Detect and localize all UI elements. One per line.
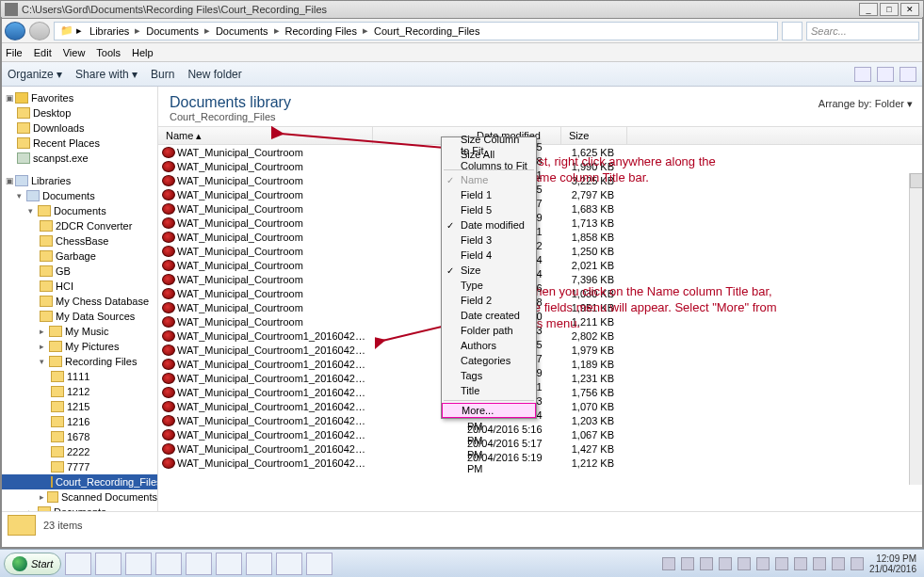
tree-item[interactable]: 7777: [0, 459, 157, 474]
tree-item[interactable]: Desktop: [0, 105, 157, 120]
tree-item[interactable]: ▾Documents: [0, 188, 157, 203]
menu-file[interactable]: File: [6, 47, 23, 58]
context-menu-item[interactable]: Date modified: [442, 217, 536, 232]
tray-icon[interactable]: [813, 557, 826, 570]
burn-button[interactable]: Burn: [151, 68, 174, 81]
column-size[interactable]: Size: [561, 127, 627, 144]
tree-item[interactable]: 1111: [0, 369, 157, 384]
tree-item[interactable]: ▸Scanned Documents: [0, 489, 157, 505]
tree-item[interactable]: 2222: [0, 444, 157, 459]
context-menu-item[interactable]: Folder path: [442, 323, 536, 338]
context-menu-item[interactable]: Field 2: [442, 293, 536, 308]
tree-item[interactable]: 1216: [0, 414, 157, 429]
tree-item[interactable]: 1212: [0, 384, 157, 399]
taskbar-app[interactable]: [216, 553, 242, 575]
tree-item[interactable]: My Chess Database: [0, 294, 157, 309]
organize-button[interactable]: Organize ▾: [8, 68, 62, 81]
menu-edit[interactable]: Edit: [34, 47, 52, 58]
tree-item[interactable]: ChessBase: [0, 233, 157, 248]
search-input[interactable]: Searc...: [806, 22, 919, 40]
minimize-button[interactable]: _: [859, 3, 878, 16]
start-button[interactable]: Start: [4, 553, 61, 575]
tree-item[interactable]: HCI: [0, 279, 157, 294]
context-menu-item[interactable]: Field 1: [442, 187, 536, 202]
scroll-up[interactable]: [910, 173, 924, 188]
menu-view[interactable]: View: [63, 47, 86, 58]
clock[interactable]: 12:09 PM 21/04/2016: [869, 553, 916, 574]
taskbar-app[interactable]: [186, 553, 212, 575]
tree-item[interactable]: Recent Places: [0, 136, 157, 151]
forward-button[interactable]: [29, 22, 50, 40]
file-row[interactable]: WAT_Municipal_Courtroom1_20160420_171756…: [158, 456, 924, 470]
tree-item[interactable]: 1215: [0, 399, 157, 414]
context-menu-item[interactable]: Size: [442, 263, 536, 278]
tray-icon[interactable]: [794, 557, 807, 570]
menu-help[interactable]: Help: [132, 47, 154, 58]
maximize-button[interactable]: □: [880, 3, 899, 16]
view-button[interactable]: [854, 67, 871, 82]
close-button[interactable]: ✕: [900, 3, 919, 16]
context-menu-item[interactable]: Type: [442, 278, 536, 293]
context-menu-item[interactable]: Field 3: [442, 232, 536, 248]
preview-button[interactable]: [877, 67, 894, 82]
help-button[interactable]: [900, 67, 916, 82]
crumb-seg[interactable]: Court_Recording_Files: [370, 25, 484, 37]
back-button[interactable]: [5, 22, 25, 40]
tree-item[interactable]: ▾Documents: [0, 203, 157, 218]
context-menu-item[interactable]: Title: [442, 383, 536, 398]
breadcrumb[interactable]: 📁 ▸ Libraries▸ Documents▸ Documents▸ Rec…: [54, 22, 778, 40]
tree-item[interactable]: ▾Recording Files: [0, 354, 157, 369]
newfolder-button[interactable]: New folder: [187, 68, 241, 81]
tree-favorites[interactable]: ▣Favorites: [0, 90, 157, 105]
tray-icon[interactable]: [681, 557, 694, 570]
context-menu-item[interactable]: Field 4: [442, 248, 536, 263]
tree-item[interactable]: 2DCR Converter: [0, 218, 157, 233]
context-menu-item[interactable]: Size All Columns to Fit: [442, 152, 536, 168]
tray-icon[interactable]: [738, 557, 751, 570]
crumb-seg[interactable]: Documents: [142, 25, 203, 37]
context-menu-item[interactable]: Categories: [442, 353, 536, 368]
tree-item[interactable]: GB: [0, 264, 157, 279]
taskbar-app[interactable]: [155, 553, 182, 575]
tray-icon[interactable]: [719, 557, 732, 570]
context-menu-item[interactable]: Field 5: [442, 202, 536, 217]
tray-icon[interactable]: [775, 557, 788, 570]
tree-item[interactable]: Downloads: [0, 120, 157, 136]
taskbar-app[interactable]: [276, 553, 302, 575]
nav-tree[interactable]: ▣Favorites Desktop Downloads Recent Plac…: [0, 87, 158, 511]
context-menu-item[interactable]: Tags: [442, 368, 536, 383]
menu-tools[interactable]: Tools: [96, 47, 121, 58]
tree-item[interactable]: My Data Sources: [0, 309, 157, 324]
tray-icon[interactable]: [832, 557, 845, 570]
refresh-button[interactable]: [782, 22, 802, 40]
crumb-seg[interactable]: Libraries: [86, 25, 133, 37]
column-context-menu[interactable]: Size Column to FitSize All Columns to Fi…: [441, 136, 537, 419]
taskbar-app[interactable]: [65, 553, 91, 575]
share-button[interactable]: Share with ▾: [75, 68, 138, 81]
tray-icon[interactable]: [851, 557, 864, 570]
taskbar-app[interactable]: [125, 553, 152, 575]
tree-item[interactable]: ▸My Pictures: [0, 339, 157, 354]
tree-item[interactable]: scanpst.exe: [0, 151, 157, 166]
taskbar-app[interactable]: [95, 553, 122, 575]
tray-icon[interactable]: [756, 557, 770, 570]
tree-item[interactable]: 1678: [0, 429, 157, 444]
context-menu-item[interactable]: More...: [442, 403, 536, 418]
system-tray[interactable]: 12:09 PM 21/04/2016: [662, 553, 920, 574]
tree-libraries[interactable]: ▣Libraries: [0, 173, 157, 188]
tree-item[interactable]: Garbage: [0, 248, 157, 264]
tree-item-selected[interactable]: Court_Recording_Files: [0, 474, 157, 489]
context-menu-item[interactable]: Authors: [442, 338, 536, 353]
crumb-seg[interactable]: Documents: [212, 25, 272, 37]
crumb-icon[interactable]: 📁 ▸: [57, 24, 86, 37]
tray-icon[interactable]: [700, 557, 713, 570]
scrollbar[interactable]: [909, 173, 924, 485]
context-menu-item[interactable]: Date created: [442, 308, 536, 323]
taskbar-app[interactable]: [246, 553, 272, 575]
tree-item[interactable]: ▸Documents: [0, 505, 157, 511]
crumb-seg[interactable]: Recording Files: [282, 25, 361, 37]
taskbar-app[interactable]: [306, 553, 332, 575]
taskbar[interactable]: Start 12:09 PM 21/04/2016: [0, 549, 924, 577]
tree-item[interactable]: ▸My Music: [0, 324, 157, 339]
arrange-by[interactable]: Arrange by: Folder ▾: [819, 98, 913, 110]
